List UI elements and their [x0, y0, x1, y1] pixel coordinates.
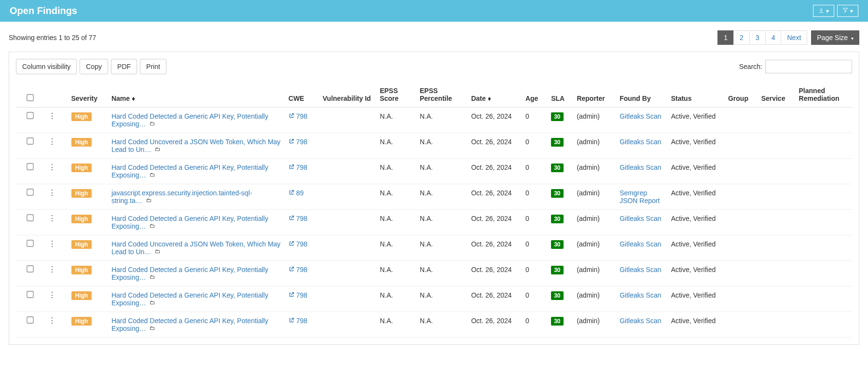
- epss-pct-cell: N.A.: [416, 108, 468, 133]
- row-checkbox[interactable]: [27, 112, 33, 119]
- cwe-link[interactable]: 798: [289, 215, 307, 222]
- folder-icon: 🗀: [150, 223, 155, 229]
- row-menu-button[interactable]: ⋮: [48, 189, 56, 197]
- col-sla[interactable]: SLA: [547, 82, 573, 108]
- row-menu-button[interactable]: ⋮: [48, 137, 56, 146]
- status-cell: Active, Verified: [667, 312, 724, 338]
- cwe-link[interactable]: 89: [289, 189, 304, 197]
- row-menu-button[interactable]: ⋮: [48, 265, 56, 273]
- finding-name-link[interactable]: Hard Coded Detected a Generic API Key, P…: [111, 291, 268, 307]
- severity-badge: High: [71, 189, 92, 198]
- external-link-icon: [289, 189, 294, 197]
- found-by-link[interactable]: Gitleaks Scan: [620, 240, 661, 248]
- found-by-link[interactable]: Gitleaks Scan: [620, 112, 661, 120]
- found-by-link[interactable]: Semgrep JSON Report: [620, 189, 660, 204]
- row-checkbox[interactable]: [27, 265, 33, 272]
- row-menu-button[interactable]: ⋮: [48, 163, 56, 171]
- col-group[interactable]: Group: [724, 82, 758, 108]
- epss-score-cell: N.A.: [376, 108, 416, 133]
- planned-cell: [795, 184, 852, 210]
- col-planned-remediation[interactable]: Planned Remediation: [795, 82, 852, 108]
- row-checkbox[interactable]: [27, 240, 33, 246]
- col-status[interactable]: Status: [667, 82, 724, 108]
- row-checkbox[interactable]: [27, 137, 33, 144]
- col-name[interactable]: Name ♦: [108, 82, 285, 108]
- copy-button[interactable]: Copy: [80, 59, 108, 74]
- vuln-id-cell: [319, 108, 376, 133]
- found-by-link[interactable]: Gitleaks Scan: [620, 291, 661, 299]
- col-reporter[interactable]: Reporter: [573, 82, 616, 108]
- pdf-button[interactable]: PDF: [111, 59, 137, 74]
- row-checkbox[interactable]: [27, 291, 33, 298]
- age-cell: 0: [522, 261, 547, 286]
- cwe-link[interactable]: 798: [289, 240, 307, 248]
- found-by-link[interactable]: Gitleaks Scan: [620, 138, 661, 146]
- reporter-cell: (admin): [573, 261, 616, 286]
- finding-name-link[interactable]: Hard Coded Uncovered a JSON Web Token, W…: [111, 138, 280, 153]
- cwe-link[interactable]: 798: [289, 291, 307, 299]
- date-cell: Oct. 26, 2024: [467, 108, 521, 133]
- col-severity[interactable]: Severity: [68, 82, 108, 108]
- planned-cell: [795, 286, 852, 312]
- cwe-link[interactable]: 798: [289, 112, 307, 120]
- page-2[interactable]: 2: [733, 30, 750, 45]
- sla-badge: 30: [551, 112, 563, 121]
- search-input[interactable]: [765, 60, 852, 73]
- sla-badge: 30: [551, 138, 563, 147]
- cwe-link[interactable]: 798: [289, 317, 307, 325]
- page-size-button[interactable]: Page Size: [811, 30, 859, 45]
- severity-badge: High: [71, 266, 92, 274]
- page-next[interactable]: Next: [781, 30, 807, 45]
- row-menu-button[interactable]: ⋮: [48, 112, 56, 120]
- finding-name-link[interactable]: Hard Coded Detected a Generic API Key, P…: [111, 164, 268, 179]
- filter-button[interactable]: ▾: [837, 5, 858, 17]
- row-menu-button[interactable]: ⋮: [48, 214, 56, 222]
- table-row: ⋮HighHard Coded Uncovered a JSON Web Tok…: [16, 235, 852, 261]
- row-checkbox[interactable]: [27, 316, 33, 323]
- col-cwe[interactable]: CWE: [285, 82, 319, 108]
- row-checkbox[interactable]: [27, 214, 33, 221]
- row-menu-button[interactable]: ⋮: [48, 240, 56, 248]
- severity-badge: High: [71, 215, 92, 223]
- found-by-link[interactable]: Gitleaks Scan: [620, 317, 661, 325]
- download-button[interactable]: ▾: [813, 5, 834, 17]
- age-cell: 0: [522, 286, 547, 312]
- group-cell: [724, 159, 758, 184]
- found-by-link[interactable]: Gitleaks Scan: [620, 266, 661, 273]
- col-vulnerability-id[interactable]: Vulnerability Id: [319, 82, 376, 108]
- finding-name-link[interactable]: javascript.express.security.injection.ta…: [111, 189, 252, 204]
- page-3[interactable]: 3: [749, 30, 766, 45]
- col-age[interactable]: Age: [522, 82, 547, 108]
- finding-name-link[interactable]: Hard Coded Detected a Generic API Key, P…: [111, 215, 268, 230]
- cwe-link[interactable]: 798: [289, 266, 307, 273]
- finding-name-link[interactable]: Hard Coded Detected a Generic API Key, P…: [111, 317, 268, 332]
- column-visibility-button[interactable]: Column visibility: [16, 59, 77, 74]
- col-found-by[interactable]: Found By: [616, 82, 667, 108]
- col-epss-percentile[interactable]: EPSS Percentile: [416, 82, 468, 108]
- table-row: ⋮HighHard Coded Detected a Generic API K…: [16, 261, 852, 286]
- print-button[interactable]: Print: [140, 59, 166, 74]
- service-cell: [758, 159, 795, 184]
- finding-name-link[interactable]: Hard Coded Detected a Generic API Key, P…: [111, 112, 268, 128]
- page-1[interactable]: 1: [717, 30, 734, 45]
- row-menu-button[interactable]: ⋮: [48, 316, 56, 325]
- finding-name-link[interactable]: Hard Coded Uncovered a JSON Web Token, W…: [111, 240, 280, 256]
- found-by-link[interactable]: Gitleaks Scan: [620, 164, 661, 171]
- status-cell: Active, Verified: [667, 159, 724, 184]
- cwe-link[interactable]: 798: [289, 138, 307, 146]
- reporter-cell: (admin): [573, 133, 616, 159]
- download-icon: [818, 7, 824, 14]
- page-4[interactable]: 4: [765, 30, 782, 45]
- col-date[interactable]: Date ♦: [467, 82, 521, 108]
- cwe-link[interactable]: 798: [289, 164, 307, 171]
- row-checkbox[interactable]: [27, 163, 33, 170]
- finding-name-link[interactable]: Hard Coded Detected a Generic API Key, P…: [111, 266, 268, 281]
- planned-cell: [795, 210, 852, 235]
- col-epss-score[interactable]: EPSS Score: [376, 82, 416, 108]
- row-menu-button[interactable]: ⋮: [48, 291, 56, 299]
- row-checkbox[interactable]: [27, 189, 33, 195]
- select-all-checkbox[interactable]: [27, 94, 33, 101]
- found-by-link[interactable]: Gitleaks Scan: [620, 215, 661, 222]
- external-link-icon: [289, 317, 294, 325]
- col-service[interactable]: Service: [758, 82, 795, 108]
